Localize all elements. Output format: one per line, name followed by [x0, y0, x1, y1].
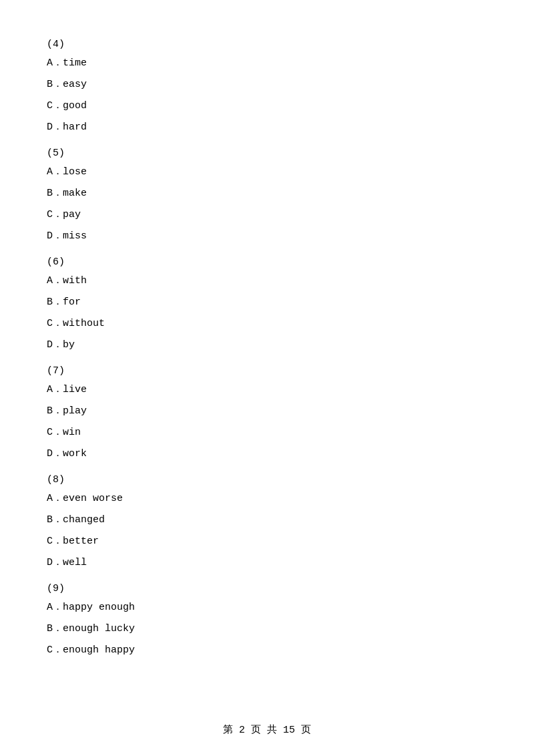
- question-number-q6: (6): [40, 256, 494, 268]
- option-q7-b[interactable]: B．play: [40, 403, 494, 419]
- option-q6-b[interactable]: B．for: [40, 295, 494, 311]
- option-q5-c[interactable]: C．pay: [40, 207, 494, 223]
- question-number-q9: (9): [40, 583, 494, 594]
- page-footer: 第 2 页 共 15 页: [0, 723, 534, 736]
- option-q5-b[interactable]: B．make: [40, 186, 494, 202]
- footer-text: 第 2 页 共 15 页: [223, 725, 311, 736]
- option-q6-c[interactable]: C．without: [40, 316, 494, 332]
- option-q5-d[interactable]: D．miss: [40, 228, 494, 244]
- option-q9-b[interactable]: B．enough lucky: [40, 621, 494, 637]
- option-q9-a[interactable]: A．happy enough: [40, 600, 494, 616]
- option-q7-a[interactable]: A．live: [40, 382, 494, 398]
- option-q8-a[interactable]: A．even worse: [40, 491, 494, 507]
- option-q5-a[interactable]: A．lose: [40, 164, 494, 180]
- option-q4-a[interactable]: A．time: [40, 55, 494, 71]
- page-content: (4)A．timeB．easyC．goodD．hard(5)A．loseB．ma…: [0, 0, 534, 704]
- option-q9-c[interactable]: C．enough happy: [40, 642, 494, 658]
- option-q6-d[interactable]: D．by: [40, 337, 494, 353]
- option-q4-c[interactable]: C．good: [40, 98, 494, 114]
- option-q7-d[interactable]: D．work: [40, 446, 494, 462]
- question-number-q5: (5): [40, 148, 494, 159]
- question-number-q7: (7): [40, 365, 494, 377]
- question-number-q8: (8): [40, 474, 494, 486]
- option-q8-d[interactable]: D．well: [40, 555, 494, 571]
- option-q8-c[interactable]: C．better: [40, 534, 494, 550]
- question-number-q4: (4): [40, 39, 494, 50]
- option-q6-a[interactable]: A．with: [40, 273, 494, 289]
- option-q4-d[interactable]: D．hard: [40, 120, 494, 136]
- option-q4-b[interactable]: B．easy: [40, 77, 494, 93]
- option-q7-c[interactable]: C．win: [40, 425, 494, 441]
- option-q8-b[interactable]: B．changed: [40, 512, 494, 528]
